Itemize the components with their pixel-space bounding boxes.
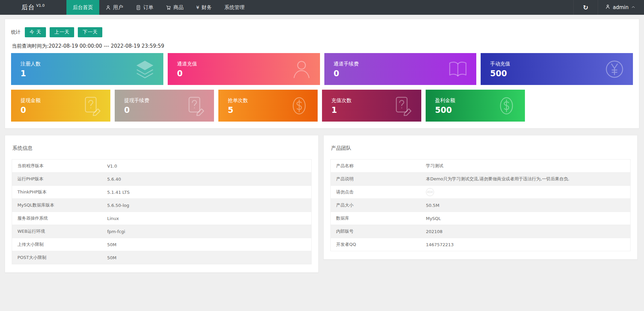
yen-icon: ¥: [196, 5, 199, 10]
nav-item-orders[interactable]: 订单: [129, 0, 160, 15]
row-label: MySQL数据库版本: [12, 199, 102, 212]
refresh-button[interactable]: ↻: [573, 0, 598, 15]
nav-item-users[interactable]: 用户: [99, 0, 129, 15]
app-brand[interactable]: 后台 V1.0: [0, 0, 66, 15]
nav-item-home[interactable]: 后台首页: [66, 0, 99, 15]
table-row: 内部版号 202108: [331, 225, 631, 238]
book-icon: [447, 59, 468, 80]
stat-card: 提现手续费 0: [115, 90, 214, 122]
stats-button-prev-day[interactable]: 上一天: [50, 27, 74, 37]
table-row: 上传大小限制 50M: [12, 238, 312, 251]
stat-card-value: 500: [490, 70, 510, 78]
system-info-panel: 系统信息 当前程序版本 V1.0 运行PHP版本 5.6.40 ThinkPHP…: [5, 135, 319, 273]
table-row: POST大小限制 50M: [12, 251, 312, 264]
404-badge[interactable]: 404: [426, 188, 434, 196]
stat-card-value: 0: [20, 106, 41, 114]
dollar-oval-icon: [289, 95, 310, 116]
stat-card-label: 充值次数: [331, 97, 352, 104]
stat-card-label: 抢单次数: [228, 97, 248, 104]
system-info-table: 当前程序版本 V1.0 运行PHP版本 5.6.40 ThinkPHP版本 5.…: [12, 159, 312, 264]
app-version: V1.0: [36, 3, 45, 8]
order-icon: [136, 5, 141, 10]
stat-card-value: 1: [331, 106, 352, 114]
table-row: 产品名称 学习测试: [331, 160, 631, 173]
stat-card: 提现金额 0: [11, 90, 110, 122]
cart-icon: [166, 5, 171, 10]
row-label: 产品说明: [331, 173, 421, 186]
stat-card-label: 盈利金额: [435, 97, 455, 104]
stat-card-value: 1: [20, 70, 41, 78]
row-value: V1.0: [102, 160, 311, 173]
user-icon: [106, 5, 111, 10]
doc-edit-icon: [185, 95, 206, 116]
table-row: 产品大小 50.5M: [331, 199, 631, 212]
stat-card: 手动充值 500: [481, 53, 633, 85]
row-value: 202108: [421, 225, 631, 238]
row-value: 1467572213: [421, 238, 631, 251]
row-label: 产品大小: [331, 199, 421, 212]
row-value: 50M: [102, 238, 311, 251]
row-label: 产品名称: [331, 160, 421, 173]
stat-card-value: 0: [177, 70, 197, 78]
row-value: 5.1.41 LTS: [102, 186, 311, 199]
product-team-title: 产品团队: [331, 145, 630, 151]
stat-card: 充值次数 1: [322, 90, 421, 122]
stat-card: 注册人数 1: [11, 53, 163, 85]
stat-card-label: 注册人数: [20, 61, 41, 67]
navbar: 后台 V1.0 后台首页 用户 订单 商品 ¥ 财务 系统管理 ↻ admin: [0, 0, 644, 15]
row-value: 学习测试: [421, 160, 631, 173]
row-value: 5.6.50-log: [102, 199, 311, 212]
row-value: 5.6.40: [102, 173, 311, 186]
row-label: 上传大小限制: [12, 238, 102, 251]
stat-card: 通道手续费 0: [324, 53, 477, 85]
nav-item-finance[interactable]: ¥ 财务: [190, 0, 218, 15]
stats-button-today[interactable]: 今 天: [25, 27, 46, 37]
stat-card-value: 5: [228, 106, 248, 114]
stats-section-label: 统计: [11, 29, 20, 35]
stats-toolbar: 统计 今 天 上一天 下一天: [11, 27, 633, 37]
product-team-panel: 产品团队 产品名称 学习测试 产品说明 本Demo只为学习测试交流,请勿要做商业…: [323, 135, 638, 260]
user-menu[interactable]: admin: [598, 0, 644, 15]
stats-button-next-day[interactable]: 下一天: [78, 27, 102, 37]
nav-item-system[interactable]: 系统管理: [218, 0, 251, 15]
row-label: 数据库: [331, 212, 421, 225]
stat-card-label: 提现金额: [20, 97, 41, 104]
table-row: 当前程序版本 V1.0: [12, 160, 312, 173]
table-row: WEB运行环境 fpm-fcgi: [12, 225, 312, 238]
stat-card: 通道充值 0: [168, 53, 320, 85]
stat-card-label: 通道手续费: [334, 61, 359, 67]
page-content: 统计 今 天 上一天 下一天 当前查询时间为:2022-08-19 00:00:…: [0, 15, 644, 273]
refresh-icon: ↻: [583, 4, 588, 11]
username-label: admin: [613, 4, 629, 10]
row-value: Linux: [102, 212, 311, 225]
stat-card-label: 手动充值: [490, 61, 510, 67]
row-label: POST大小限制: [12, 251, 102, 264]
yen-circle-icon: [604, 59, 625, 80]
nav-item-goods[interactable]: 商品: [160, 0, 190, 15]
user-icon: [605, 4, 610, 10]
row-label: WEB运行环境: [12, 225, 102, 238]
row-label: 请勿点击: [331, 186, 421, 199]
row-value: fpm-fcgi: [102, 225, 311, 238]
navbar-right: ↻ admin: [573, 0, 644, 15]
info-panels: 系统信息 当前程序版本 V1.0 运行PHP版本 5.6.40 ThinkPHP…: [5, 135, 639, 273]
stats-buttons: 今 天 上一天 下一天: [25, 27, 102, 37]
row-value: 50M: [102, 251, 311, 264]
row-value: 50.5M: [421, 199, 631, 212]
stat-card-value: 0: [334, 70, 359, 78]
table-row: MySQL数据库版本 5.6.50-log: [12, 199, 312, 212]
product-team-table: 产品名称 学习测试 产品说明 本Demo只为学习测试交流,请勿要做商业或者用于违…: [330, 159, 631, 251]
row-label: 当前程序版本: [12, 160, 102, 173]
stat-card-label: 通道充值: [177, 61, 197, 67]
doc-edit-icon: [392, 95, 413, 116]
stat-card: 抢单次数 5: [218, 90, 318, 122]
row-value: 本Demo只为学习测试交流,请勿要做商业或者用于违法行为,一切后果自负.: [421, 173, 631, 186]
doc-edit-icon: [82, 95, 102, 116]
chevron-up-icon: [631, 4, 635, 10]
stats-panel: 统计 今 天 上一天 下一天 当前查询时间为:2022-08-19 00:00:…: [5, 19, 639, 129]
table-row: 请勿点击 404: [331, 186, 631, 199]
main-menu: 后台首页 用户 订单 商品 ¥ 财务 系统管理: [66, 0, 251, 15]
stat-cards-row-2: 提现金额 0 提现手续费 0 抢单次数 5 充值次数 1 盈利金额 500: [11, 90, 633, 122]
query-time-text: 当前查询时间为:2022-08-19 00:00:00 --- 2022-08-…: [12, 43, 632, 49]
stat-card-label: 提现手续费: [124, 97, 149, 104]
